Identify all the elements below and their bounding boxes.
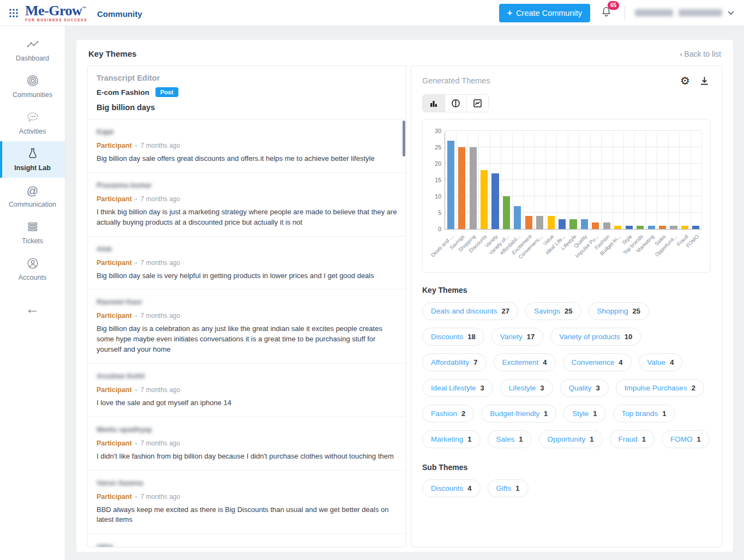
theme-chip[interactable]: Budget-friendly1: [481, 405, 556, 423]
theme-chip-count: 10: [625, 333, 632, 341]
scrollbar-thumb[interactable]: [403, 121, 405, 156]
theme-chip[interactable]: Affordability7: [422, 353, 487, 371]
transcript-entry[interactable]: simaParticipant•7 months agoFlipcart has…: [88, 534, 406, 547]
theme-chip[interactable]: Fraud1: [610, 430, 655, 448]
user-menu[interactable]: [635, 9, 734, 16]
theme-chip-label: Deals and discounts: [431, 307, 497, 315]
chart-bar[interactable]: [503, 196, 510, 229]
theme-chip[interactable]: Value4: [639, 353, 683, 371]
collapse-sidebar-button[interactable]: ←: [0, 295, 65, 322]
theme-chip[interactable]: Deals and discounts27: [422, 302, 518, 320]
theme-chip[interactable]: Ideal Lifestyle3: [422, 379, 493, 397]
sidebar-item-communities[interactable]: Communities: [0, 68, 65, 105]
chart-bar[interactable]: [491, 173, 499, 229]
chart-bar[interactable]: [548, 216, 555, 229]
notifications-bell[interactable]: 65: [600, 5, 613, 20]
chart-bar[interactable]: [536, 216, 543, 229]
chart-bar-slot: [646, 226, 657, 229]
y-axis-tick-label: 0: [438, 226, 441, 232]
sidebar-item-activities[interactable]: Activities: [0, 105, 65, 141]
chart-bar[interactable]: [603, 222, 610, 229]
theme-chip[interactable]: Lifestyle3: [500, 379, 553, 397]
h-gridline: [445, 130, 701, 131]
transcript-entry[interactable]: Prasanna kumarParticipant•7 months agoI …: [88, 173, 406, 237]
sidebar-item-dashboard[interactable]: Dashboard: [0, 32, 65, 68]
theme-chip[interactable]: Gifts1: [488, 479, 529, 497]
theme-chip[interactable]: Sales1: [488, 430, 532, 448]
create-community-button[interactable]: + Create Community: [499, 4, 590, 22]
page-title: Key Themes: [88, 49, 136, 58]
theme-chip[interactable]: Fashion2: [422, 405, 474, 423]
chart-bar[interactable]: [458, 147, 465, 229]
transcript-entry[interactable]: AlokParticipant•7 months agoBig billion …: [88, 237, 406, 290]
theme-chip-count: 1: [519, 435, 523, 443]
theme-chip[interactable]: Convenience4: [563, 353, 632, 371]
chart-bar[interactable]: [447, 141, 454, 229]
theme-chip[interactable]: Excitement4: [494, 353, 556, 371]
themes-bar-chart: 051015202530 Deals and ...SavingsShoppin…: [422, 119, 711, 273]
theme-chip[interactable]: Savings25: [525, 302, 581, 320]
theme-chip[interactable]: Top brands1: [613, 405, 675, 423]
y-axis-tick-label: 20: [435, 160, 441, 167]
chart-bar[interactable]: [592, 222, 599, 229]
chart-bar[interactable]: [614, 226, 621, 229]
chart-bar-slot: [512, 206, 523, 229]
sidebar-item-communication[interactable]: @ Communication: [0, 178, 65, 214]
sidebar-item-accounts[interactable]: Accounts: [0, 251, 65, 287]
chart-bar[interactable]: [692, 226, 699, 229]
pie-chart-toggle-button[interactable]: [445, 95, 466, 112]
theme-chip[interactable]: Variety of products10: [550, 328, 641, 346]
sidebar-item-label: Activities: [19, 128, 46, 135]
theme-chip[interactable]: Variety17: [491, 328, 543, 346]
theme-chip[interactable]: Style1: [563, 405, 605, 423]
chart-bar[interactable]: [559, 219, 566, 229]
user-name-blurred: [635, 9, 673, 16]
theme-chip[interactable]: Impulse Purchases2: [616, 379, 704, 397]
chart-bar[interactable]: [648, 226, 655, 229]
arrow-left-icon: ←: [26, 302, 40, 316]
theme-chip-label: Top brands: [622, 410, 658, 418]
theme-chip[interactable]: Opportunity1: [539, 430, 603, 448]
theme-chip[interactable]: Quality3: [560, 379, 609, 397]
apps-grid-icon[interactable]: [9, 8, 19, 18]
transcript-entry[interactable]: Meetu upadhyayParticipant•7 months agoI …: [88, 417, 406, 471]
transcript-entry[interactable]: Varun SaxenaParticipant•7 months agoBBD …: [88, 471, 406, 534]
trend-chart-toggle-button[interactable]: [466, 95, 488, 112]
chart-bar-slot: [568, 219, 579, 229]
theme-chip-label: Fraud: [619, 435, 638, 443]
sidebar-item-tickets[interactable]: Tickets: [0, 214, 65, 251]
chart-bar[interactable]: [481, 170, 488, 229]
transcript-entry[interactable]: KajalParticipant•7 months agoBig billion…: [88, 119, 406, 173]
theme-chip[interactable]: Discounts18: [422, 328, 484, 346]
back-to-list-link[interactable]: ‹Back to list: [680, 49, 721, 58]
chart-bar[interactable]: [626, 226, 633, 229]
transcript-panel: Transcript Editor E-com Fashion Post Big…: [87, 65, 406, 547]
app-header: Me-Grow™ For Business Success Community …: [0, 0, 744, 26]
meta-dot-separator: •: [135, 196, 137, 202]
chart-bar[interactable]: [514, 206, 521, 229]
chart-bar[interactable]: [569, 219, 577, 229]
y-axis-tick-label: 10: [435, 193, 441, 200]
chart-bar[interactable]: [470, 147, 477, 229]
bar-chart-toggle-button[interactable]: [423, 95, 445, 112]
participant-name: Alok: [97, 245, 112, 253]
theme-chip[interactable]: Shopping25: [589, 302, 650, 320]
chart-bar[interactable]: [637, 226, 644, 229]
settings-gear-icon[interactable]: ⚙: [680, 75, 690, 86]
transcript-entry[interactable]: Ravneet KaurParticipant•7 months agoBig …: [88, 290, 406, 364]
sidebar-item-insight-lab[interactable]: Insight Lab: [0, 141, 65, 178]
download-icon[interactable]: [699, 76, 710, 86]
chart-bar[interactable]: [525, 216, 532, 229]
chart-bar[interactable]: [670, 226, 677, 229]
transcript-entry[interactable]: Arushee KohliParticipant•7 months agoI l…: [88, 364, 406, 417]
chart-bar[interactable]: [659, 226, 666, 229]
brand-logo[interactable]: Me-Grow™ For Business Success: [25, 4, 87, 22]
theme-chip[interactable]: FOMO1: [662, 430, 710, 448]
theme-chip-label: Variety: [500, 333, 523, 341]
chart-bar[interactable]: [581, 219, 588, 229]
chart-bar[interactable]: [681, 226, 688, 229]
theme-chip[interactable]: Marketing1: [422, 430, 481, 448]
chart-bar-slot: [535, 216, 545, 229]
theme-chip[interactable]: Discounts4: [422, 479, 481, 497]
chart-bar-slot: [445, 141, 456, 229]
